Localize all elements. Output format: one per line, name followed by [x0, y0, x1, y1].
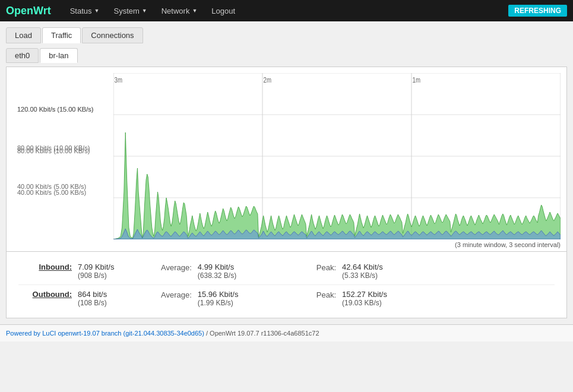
inbound-current-main: 7.09 Kbit/s	[78, 263, 161, 271]
inbound-avg-block: Average: 4.99 Kbit/s (638.32 B/s)	[161, 263, 281, 280]
inbound-peak-value: 42.64 Kbit/s (5.33 KB/s)	[342, 263, 425, 280]
footer-version: OpenWrt 19.07.7 r11306-c4a6851c72	[210, 330, 319, 337]
inbound-avg-main: 4.99 Kbit/s	[198, 263, 281, 271]
inbound-avg-label: Average:	[161, 263, 192, 272]
navbar: OpenWrt Status ▼ System ▼ Network ▼ Logo…	[0, 0, 573, 21]
outbound-label: Outbound:	[18, 290, 78, 299]
outbound-avg-sub: (1.99 KB/s)	[198, 299, 281, 307]
svg-text:3m: 3m	[115, 76, 122, 84]
tab-eth0[interactable]: eth0	[6, 48, 39, 63]
inbound-current: 7.09 Kbit/s (908 B/s)	[78, 263, 161, 280]
chevron-down-icon: ▼	[142, 8, 147, 14]
inbound-avg-value: 4.99 Kbit/s (638.32 B/s)	[198, 263, 281, 280]
outbound-avg-main: 15.96 Kbit/s	[198, 290, 281, 299]
chevron-down-icon: ▼	[192, 8, 197, 14]
y-label-120: 120.00 Kbit/s (15.00 KB/s)	[17, 106, 93, 113]
luci-link[interactable]: Powered by LuCI openwrt-19.07 branch (gi…	[6, 330, 204, 337]
nav-system[interactable]: System ▼	[106, 0, 154, 21]
tab-br-lan[interactable]: br-lan	[40, 48, 77, 63]
main-content: Load Traffic Connections eth0 br-lan 120…	[0, 21, 573, 324]
chart-svg: 3m 2m 1m	[113, 73, 561, 239]
nav-network[interactable]: Network ▼	[154, 0, 205, 21]
outbound-peak-block: Peak: 152.27 Kbit/s (19.03 KB/s)	[316, 290, 425, 307]
svg-text:1m: 1m	[413, 76, 420, 84]
outbound-stats-row: Outbound: 864 bit/s (108 B/s) Average: 1…	[18, 285, 555, 312]
outbound-avg-block: Average: 15.96 Kbit/s (1.99 KB/s)	[161, 290, 281, 307]
y-label-80: 80.00 Kbit/s (10.00 KB/s)	[17, 147, 90, 154]
outbound-avg-label: Average:	[161, 290, 192, 299]
y-axis: 120.00 Kbit/s (15.00 KB/s) 80.00 Kbit/s …	[12, 73, 113, 239]
outbound-current-main: 864 bit/s	[78, 290, 161, 299]
outbound-current-sub: (108 B/s)	[78, 299, 161, 307]
outbound-peak-label: Peak:	[316, 290, 336, 299]
tab-traffic[interactable]: Traffic	[42, 27, 81, 43]
brand-logo[interactable]: OpenWrt	[6, 5, 51, 17]
chart-note: (3 minute window, 3 second interval)	[12, 239, 561, 248]
tab-connections[interactable]: Connections	[82, 27, 143, 43]
traffic-chart-container: 120.00 Kbit/s (15.00 KB/s) 80.00 Kbit/s …	[6, 67, 567, 252]
refreshing-badge: REFRESHING	[508, 5, 567, 17]
y-label-40: 40.00 Kbit/s (5.00 KB/s)	[17, 189, 86, 196]
nav-status[interactable]: Status ▼	[63, 0, 107, 21]
brand-wrt: Wrt	[33, 5, 51, 17]
outbound-current: 864 bit/s (108 B/s)	[78, 290, 161, 307]
inbound-avg-sub: (638.32 B/s)	[198, 271, 281, 280]
tab-load[interactable]: Load	[6, 27, 41, 43]
inbound-peak-block: Peak: 42.64 Kbit/s (5.33 KB/s)	[316, 263, 425, 280]
outbound-peak-sub: (19.03 KB/s)	[342, 299, 425, 307]
svg-text:2m: 2m	[264, 76, 271, 84]
interface-tab-row: eth0 br-lan	[6, 48, 567, 63]
stats-panel: Inbound: 7.09 Kbit/s (908 B/s) Average: …	[6, 252, 567, 318]
outbound-peak-main: 152.27 Kbit/s	[342, 290, 425, 299]
svg-marker-12	[113, 132, 561, 239]
inbound-peak-main: 42.64 Kbit/s	[342, 263, 425, 271]
outbound-peak-value: 152.27 Kbit/s (19.03 KB/s)	[342, 290, 425, 307]
outbound-avg-value: 15.96 Kbit/s (1.99 KB/s)	[198, 290, 281, 307]
inbound-stats-row: Inbound: 7.09 Kbit/s (908 B/s) Average: …	[18, 258, 555, 285]
footer: Powered by LuCI openwrt-19.07 branch (gi…	[0, 324, 573, 342]
nav-logout[interactable]: Logout	[204, 0, 242, 21]
inbound-current-sub: (908 B/s)	[78, 271, 161, 280]
inbound-peak-label: Peak:	[316, 263, 336, 272]
brand-open: Open	[6, 5, 33, 17]
main-tab-row: Load Traffic Connections	[6, 27, 567, 43]
inbound-label: Inbound:	[18, 263, 78, 271]
chevron-down-icon: ▼	[94, 8, 100, 14]
chart-inner: 120.00 Kbit/s (15.00 KB/s) 80.00 Kbit/s …	[12, 73, 561, 239]
inbound-peak-sub: (5.33 KB/s)	[342, 271, 425, 280]
